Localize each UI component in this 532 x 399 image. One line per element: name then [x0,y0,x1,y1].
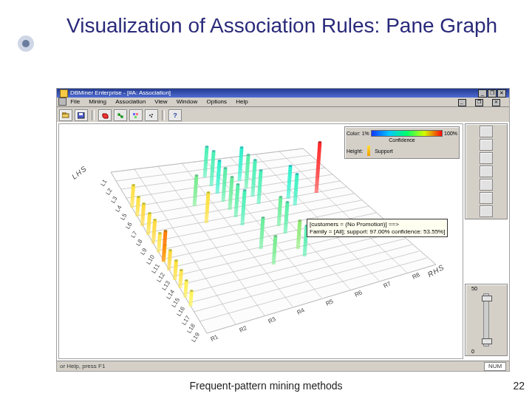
svg-rect-1 [63,112,66,114]
save-icon[interactable] [75,109,88,121]
window-title: DBMiner Enterprise - [#A: Association] [70,89,171,98]
grid-icon[interactable] [480,192,493,204]
statusbar-text: or Help, press F1 [60,363,105,369]
svg-point-11 [149,115,151,116]
bullet-decor [18,35,34,52]
select-icon[interactable] [480,166,493,177]
legend-gradient [371,130,443,137]
threshold-slider[interactable] [483,293,489,347]
submenu-icon [58,98,66,106]
menubar: File Mining Association View Window Opti… [57,98,509,107]
slider-thumb-low[interactable] [482,338,492,344]
tooltip-line1: [customers = (No Promotion)] ==> [310,221,445,228]
svg-rect-3 [79,113,83,115]
close-button[interactable]: ✕ [497,89,506,98]
legend-color-max: 100% [444,131,457,136]
svg-rect-10 [134,116,137,118]
side-panel: 50 0 [465,123,508,359]
chart-floor: LHS RHS L1L2L3L4L5L6L7L8L9L10L11L12L13L1… [66,143,443,349]
cube-icon[interactable] [98,109,112,121]
info-icon[interactable] [480,179,493,191]
rotate-icon[interactable] [480,126,493,137]
zoom-icon[interactable] [480,139,493,151]
svg-rect-9 [136,113,138,115]
workspace: Color: 1% 100% Confidence Height: Suppor… [57,122,509,361]
svg-rect-8 [133,113,135,115]
class-icon[interactable] [129,109,143,121]
statusbar-num: NUM [484,362,506,371]
slide-title: Visualization of Association Rules: Pane… [66,13,497,38]
svg-rect-0 [62,114,69,117]
menu-view[interactable]: View [154,98,167,106]
rule-tooltip: [customers = (No Promotion)] ==> Family … [307,219,448,237]
slider-thumb-high[interactable] [482,296,492,301]
app-icon [60,89,68,98]
menu-mining[interactable]: Mining [89,98,106,106]
slider-bottom-label: 0 [471,349,474,354]
pan-icon[interactable] [480,152,493,164]
legend-color-label: Color: [347,131,361,136]
minimize-button[interactable]: _ [478,89,487,98]
slide-footer: Frequent-pattern mining methods [0,380,532,392]
maximize-button[interactable]: ❐ [488,89,497,98]
toolbar-sep [162,110,165,120]
statusbar: or Help, press F1 NUM [57,361,509,371]
page-number: 22 [513,380,525,392]
sub-max-button[interactable]: ❐ [475,99,483,106]
svg-point-13 [151,116,152,117]
app-window: DBMiner Enterprise - [#A: Association] _… [56,88,510,372]
svg-point-12 [151,114,153,115]
sub-close-button[interactable]: ✕ [492,99,500,106]
open-icon[interactable] [59,109,72,121]
menu-window[interactable]: Window [177,98,197,106]
menu-help[interactable]: Help [236,98,248,106]
cluster-icon[interactable] [145,109,158,121]
threshold-panel: 50 0 [465,284,508,356]
menu-association[interactable]: Association [115,98,146,106]
svg-marker-4 [103,114,108,118]
palette-icon[interactable] [480,205,493,217]
slider-top-label: 50 [471,286,477,291]
assoc-icon[interactable] [114,109,127,121]
menu-file[interactable]: File [70,98,80,106]
legend-color-min: 1% [362,131,369,136]
tooltip-line2: Family = [All]; support: 97.00% confiden… [310,228,445,236]
help-icon[interactable]: ? [168,109,182,121]
side-tool-palette [465,123,508,219]
toolbar-sep [92,110,95,120]
menu-options[interactable]: Options [206,98,227,106]
titlebar[interactable]: DBMiner Enterprise - [#A: Association] _… [57,89,509,98]
sub-min-button[interactable]: _ [458,99,466,106]
legend-color-measure: Confidence [389,137,415,143]
chart-canvas[interactable]: Color: 1% 100% Confidence Height: Suppor… [58,123,463,359]
